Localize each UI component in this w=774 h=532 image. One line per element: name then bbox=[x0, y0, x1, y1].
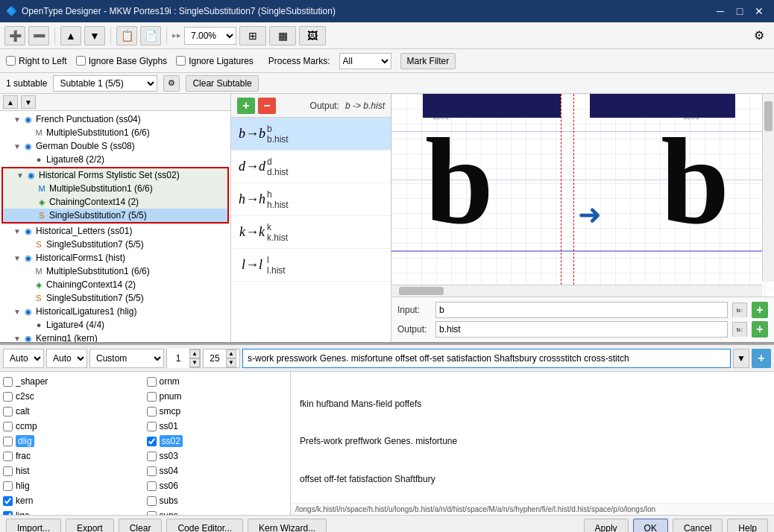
preview-text-input[interactable] bbox=[242, 349, 731, 368]
export-button[interactable]: Export bbox=[66, 519, 114, 533]
import-button[interactable]: Import... bbox=[6, 519, 61, 533]
cancel-button[interactable]: Cancel bbox=[673, 519, 723, 533]
feature-hist-checkbox[interactable] bbox=[3, 466, 13, 476]
ignore-ligatures-checkbox[interactable] bbox=[176, 56, 186, 66]
clear-subtable-button[interactable]: Clear Subtable bbox=[186, 75, 258, 92]
tree-item-historical-letters[interactable]: ▼ ◉ Historical_Letters (ss01) bbox=[0, 224, 230, 238]
feature-ss03-checkbox[interactable] bbox=[147, 452, 157, 461]
tree-item-ms1-hist2[interactable]: M MultipleSubstitution1 (6/6) bbox=[0, 265, 230, 278]
feature-c2sc-checkbox[interactable] bbox=[3, 392, 13, 402]
preview-vertical-scrollbar[interactable] bbox=[762, 94, 774, 282]
paste-button[interactable]: 📄 bbox=[140, 26, 161, 45]
repeat-count-input[interactable] bbox=[167, 349, 189, 368]
subst-item-l[interactable]: l→l l l.hist bbox=[231, 249, 391, 282]
tree-item-chaining14[interactable]: ◈ ChainingContext14 (2) bbox=[3, 195, 227, 209]
move-down-button[interactable]: ▼ bbox=[84, 26, 105, 45]
feature-ss02-checkbox[interactable] bbox=[147, 437, 157, 446]
feature-frac-checkbox[interactable] bbox=[3, 452, 13, 461]
scroll-up-button[interactable]: ▲ bbox=[3, 95, 18, 109]
feature-ss04-checkbox[interactable] bbox=[147, 466, 157, 476]
feature-sups-checkbox[interactable] bbox=[147, 511, 157, 516]
feature-liga-checkbox[interactable] bbox=[3, 511, 13, 516]
spin-up-button[interactable]: ▲ bbox=[189, 349, 200, 358]
feature-shaper-checkbox[interactable] bbox=[3, 377, 13, 387]
preview-horizontal-scrollbar[interactable] bbox=[391, 285, 762, 297]
add-output-button[interactable]: + bbox=[752, 321, 768, 338]
ignore-base-glyphs-checkbox[interactable] bbox=[76, 56, 86, 66]
tree-item-french-punctuation[interactable]: ▼ ◉ French Punctuation (ss04) bbox=[0, 113, 230, 126]
language-select[interactable]: Auto bbox=[46, 349, 87, 368]
output-field[interactable] bbox=[435, 321, 728, 338]
v-scrollbar-thumb[interactable] bbox=[764, 101, 773, 131]
font-size-down-button[interactable]: ▼ bbox=[226, 358, 236, 367]
tree-item-historical-ligatures[interactable]: ▼ ◉ HistoricalLigatures1 (hlig) bbox=[0, 305, 230, 318]
maximize-button[interactable]: □ bbox=[731, 4, 749, 19]
tree-item-ms1-hist[interactable]: M MultipleSubstitution1 (6/6) bbox=[3, 182, 227, 195]
zoom-select[interactable]: 7.00% 25% 50% 100% bbox=[184, 27, 236, 45]
h-scrollbar-thumb[interactable] bbox=[399, 287, 444, 295]
tree-item-historical-forms[interactable]: ▼ ◉ Historical Forms Stylistic Set (ss02… bbox=[3, 168, 227, 182]
feature-smcp-checkbox[interactable] bbox=[147, 407, 157, 417]
tree-item-single-subst7[interactable]: S SingleSubstitution7 (5/5) bbox=[3, 209, 227, 222]
process-marks-select[interactable]: All bbox=[339, 53, 391, 69]
tree-item-chaining14-2[interactable]: ◈ ChainingContext14 (2) bbox=[0, 278, 230, 291]
ok-button[interactable]: OK bbox=[633, 519, 668, 533]
tree-item-ss7-hist[interactable]: S SingleSubstitution7 (5/5) bbox=[0, 291, 230, 305]
subst-item-b[interactable]: b→b b b.hist bbox=[231, 118, 391, 151]
tree-item-german-double-s[interactable]: ▼ ◉ German Double S (ss08) bbox=[0, 139, 230, 153]
tree-item-ss7-letters[interactable]: S SingleSubstitution7 (5/5) bbox=[0, 238, 230, 251]
font-size-input[interactable] bbox=[204, 353, 226, 364]
tree-item-kerning[interactable]: ▼ ◉ Kerning1 (kern) bbox=[0, 332, 230, 342]
subst-item-h[interactable]: h→h h h.hist bbox=[231, 183, 391, 216]
tree-item-ligature4[interactable]: ● Ligature4 (4/4) bbox=[0, 318, 230, 332]
feature-pnum-checkbox[interactable] bbox=[147, 392, 157, 402]
scroll-down-button[interactable]: ▼ bbox=[21, 95, 36, 109]
spin-down-button[interactable]: ▼ bbox=[189, 358, 200, 367]
export-image-button[interactable]: 🖼 bbox=[299, 26, 326, 45]
ignore-ligatures-label[interactable]: Ignore Ligatures bbox=[176, 56, 254, 66]
input-field[interactable] bbox=[435, 302, 728, 318]
text-dropdown-button[interactable]: ▼ bbox=[733, 349, 749, 368]
mark-filter-button[interactable]: Mark Filter bbox=[400, 53, 456, 69]
add-substitution-button[interactable]: + bbox=[237, 98, 255, 114]
subst-item-d[interactable]: d→d d d.hist bbox=[231, 151, 391, 183]
feature-ccmp-checkbox[interactable] bbox=[3, 422, 13, 431]
add-button[interactable]: ➕ bbox=[4, 26, 25, 45]
feature-subs-checkbox[interactable] bbox=[147, 496, 157, 506]
feature-dlig-checkbox[interactable] bbox=[3, 437, 13, 446]
code-editor-button[interactable]: Code Editor... bbox=[166, 519, 243, 533]
minimize-button[interactable]: ─ bbox=[711, 4, 729, 19]
remove-substitution-button[interactable]: − bbox=[258, 98, 276, 114]
add-input-button[interactable]: + bbox=[752, 302, 768, 318]
help-button[interactable]: Help bbox=[727, 519, 768, 533]
feature-calt-checkbox[interactable] bbox=[3, 407, 13, 417]
apply-button[interactable]: Apply bbox=[584, 519, 629, 533]
grid-button[interactable]: ▦ bbox=[269, 26, 296, 45]
subtable-settings-button[interactable]: ⚙ bbox=[163, 75, 180, 92]
tree-item-ligature8[interactable]: ● Ligature8 (2/2) bbox=[0, 153, 230, 166]
feature-kern-checkbox[interactable] bbox=[3, 496, 13, 506]
settings-button[interactable]: ⚙ bbox=[749, 26, 770, 45]
script-select[interactable]: Auto bbox=[3, 349, 44, 368]
remove-button[interactable]: ➖ bbox=[28, 26, 49, 45]
feature-ornm-checkbox[interactable] bbox=[147, 377, 157, 387]
ignore-base-glyphs-label[interactable]: Ignore Base Glyphs bbox=[76, 56, 167, 66]
subtable-select[interactable]: Subtable 1 (5/5) bbox=[53, 75, 157, 92]
fit-width-button[interactable]: ⊞ bbox=[239, 26, 266, 45]
custom-select[interactable]: Custom bbox=[89, 349, 164, 368]
tree-item-ms1[interactable]: M MultipleSubstitution1 (6/6) bbox=[0, 126, 230, 139]
close-button[interactable]: ✕ bbox=[750, 4, 768, 19]
subst-item-k[interactable]: k→k k k.hist bbox=[231, 216, 391, 249]
move-up-button[interactable]: ▲ bbox=[60, 26, 81, 45]
clear-button[interactable]: Clear bbox=[119, 519, 163, 533]
feature-hlig-checkbox[interactable] bbox=[3, 481, 13, 491]
tree-item-historical-forms1[interactable]: ▼ ◉ HistoricalForms1 (hist) bbox=[0, 251, 230, 265]
copy-button[interactable]: 📋 bbox=[116, 26, 137, 45]
kern-wizard-button[interactable]: Kern Wizard... bbox=[248, 519, 327, 533]
add-text-button[interactable]: + bbox=[752, 349, 771, 368]
right-to-left-label[interactable]: Right to Left bbox=[6, 56, 67, 66]
right-to-left-checkbox[interactable] bbox=[6, 56, 16, 66]
font-size-up-button[interactable]: ▲ bbox=[226, 349, 236, 358]
feature-ss01-checkbox[interactable] bbox=[147, 422, 157, 431]
feature-ss06-checkbox[interactable] bbox=[147, 481, 157, 491]
